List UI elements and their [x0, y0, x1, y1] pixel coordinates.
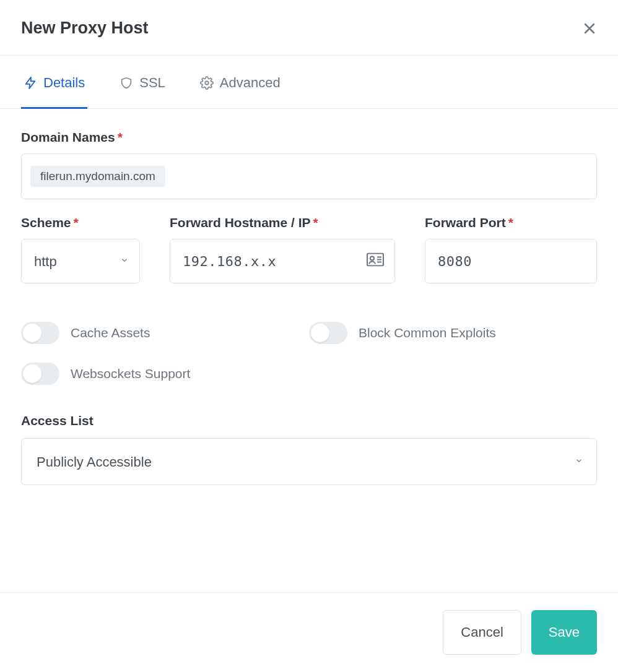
modal-body: Domain Names* filerun.mydomain.com Schem… [0, 109, 618, 592]
domain-names-group: Domain Names* filerun.mydomain.com [21, 130, 597, 199]
cache-assets-label: Cache Assets [71, 325, 150, 340]
shield-icon [120, 76, 133, 90]
forward-port-label: Forward Port* [425, 215, 597, 230]
domain-chip[interactable]: filerun.mydomain.com [30, 166, 165, 187]
cancel-button[interactable]: Cancel [443, 610, 521, 655]
scheme-label: Scheme* [21, 215, 140, 230]
modal-footer: Cancel Save [0, 592, 618, 672]
forward-port-input[interactable] [425, 239, 597, 283]
required-marker: * [74, 215, 79, 230]
cache-assets-toggle[interactable] [21, 322, 59, 344]
forward-hostname-label: Forward Hostname / IP* [170, 215, 395, 230]
required-marker: * [508, 215, 513, 230]
block-exploits-toggle[interactable] [309, 322, 347, 344]
websockets-toggle[interactable] [21, 363, 59, 385]
save-button[interactable]: Save [531, 610, 597, 655]
toggle-grid: Cache Assets Block Common Exploits Webso… [21, 322, 597, 385]
access-list-label: Access List [21, 413, 597, 428]
required-marker: * [313, 215, 318, 230]
tab-ssl[interactable]: SSL [117, 56, 168, 109]
tab-advanced[interactable]: Advanced [198, 56, 283, 109]
modal-new-proxy-host: New Proxy Host Details SSL Advanced Doma… [0, 0, 618, 672]
access-list-select[interactable]: Publicly Accessible [21, 438, 597, 485]
scheme-group: Scheme* http [21, 215, 140, 283]
scheme-select[interactable]: http [21, 239, 140, 283]
bolt-icon [24, 76, 37, 90]
svg-point-2 [205, 81, 209, 85]
domain-names-input[interactable]: filerun.mydomain.com [21, 153, 597, 199]
svg-point-4 [370, 257, 374, 261]
access-list-group: Access List Publicly Accessible [21, 413, 597, 485]
cache-assets-row: Cache Assets [21, 322, 309, 344]
tab-details-label: Details [43, 75, 85, 91]
modal-header: New Proxy Host [0, 0, 618, 56]
gear-icon [200, 76, 214, 90]
tab-details[interactable]: Details [21, 56, 87, 109]
tab-bar: Details SSL Advanced [0, 56, 618, 109]
contact-card-icon [367, 253, 384, 270]
scheme-label-text: Scheme [21, 215, 71, 230]
tab-advanced-label: Advanced [220, 75, 281, 91]
close-icon [582, 21, 597, 36]
forward-hostname-label-text: Forward Hostname / IP [170, 215, 311, 230]
close-button[interactable] [582, 21, 597, 36]
websockets-label: Websockets Support [71, 366, 190, 381]
forward-port-label-text: Forward Port [425, 215, 506, 230]
forward-hostname-group: Forward Hostname / IP* [170, 215, 395, 283]
tab-ssl-label: SSL [139, 75, 165, 91]
block-exploits-row: Block Common Exploits [309, 322, 597, 344]
forward-hostname-input[interactable] [170, 239, 395, 283]
modal-title: New Proxy Host [21, 19, 149, 38]
domain-names-label-text: Domain Names [21, 130, 115, 144]
domain-names-label: Domain Names* [21, 130, 597, 145]
websockets-row: Websockets Support [21, 363, 309, 385]
forward-port-group: Forward Port* [425, 215, 597, 283]
block-exploits-label: Block Common Exploits [359, 325, 496, 340]
required-marker: * [118, 130, 123, 144]
